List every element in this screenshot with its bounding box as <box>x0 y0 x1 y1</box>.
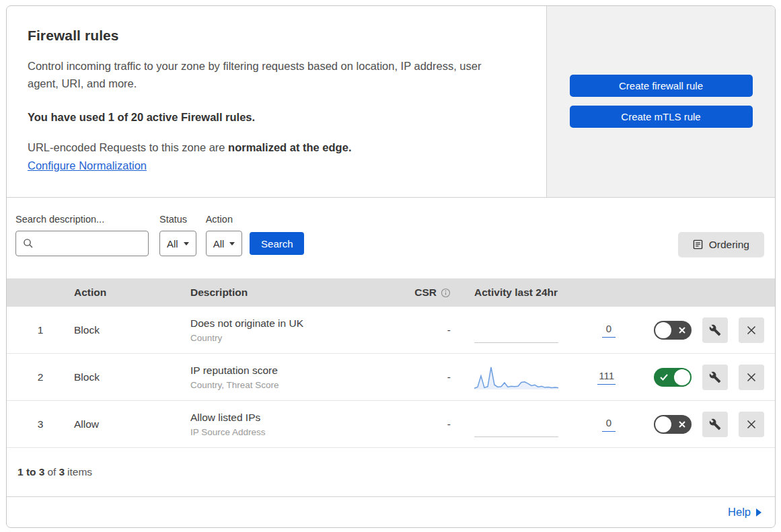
column-csr-header: CSR <box>397 287 457 299</box>
summary-items: items <box>67 466 92 478</box>
rule-description: Does not originate in UK <box>190 317 397 330</box>
action-label: Action <box>206 214 243 225</box>
rule-index: 1 <box>7 324 74 336</box>
delete-rule-button[interactable] <box>739 317 764 343</box>
activity-count-link[interactable]: 0 <box>602 417 616 432</box>
toggle-knob <box>674 369 690 385</box>
page-title: Firewall rules <box>28 28 506 44</box>
page-description: Control incoming traffic to your zone by… <box>28 57 506 92</box>
rule-csr-value: - <box>397 324 457 336</box>
table-row: 2 Block IP reputation score Country, Thr… <box>7 354 775 401</box>
x-icon <box>679 421 685 428</box>
firewall-rules-panel: Firewall rules Control incoming traffic … <box>6 5 776 528</box>
normalization-note: URL-encoded Requests to this zone are no… <box>28 141 506 154</box>
activity-count-link[interactable]: 0 <box>602 323 616 338</box>
status-toggle[interactable] <box>654 368 692 387</box>
csr-header-label: CSR <box>414 287 437 299</box>
action-select[interactable]: All <box>206 231 243 256</box>
check-icon <box>660 374 668 381</box>
column-description-header: Description <box>190 287 397 299</box>
x-icon <box>679 327 685 334</box>
rule-csr-value: - <box>397 418 457 430</box>
usage-summary: You have used 1 of 20 active Firewall ru… <box>28 111 506 124</box>
wrench-icon <box>709 371 721 383</box>
summary-range: 1 to 3 <box>17 466 44 478</box>
rule-csr-value: - <box>397 371 457 383</box>
table-row: 3 Allow Allow listed IPs IP Source Addre… <box>7 401 775 448</box>
ordering-list-icon <box>693 239 703 250</box>
search-icon <box>23 238 34 249</box>
actions-side-panel: Create firewall rule Create mTLS rule <box>546 6 775 197</box>
help-link-label: Help <box>728 506 751 519</box>
status-filter-group: Status All <box>159 214 196 256</box>
search-input[interactable] <box>38 233 174 254</box>
search-box[interactable] <box>15 231 149 256</box>
help-link[interactable]: Help <box>728 506 761 519</box>
close-icon <box>746 325 757 336</box>
close-icon <box>746 419 757 430</box>
header-text-block: Firewall rules Control incoming traffic … <box>7 6 546 197</box>
configure-normalization-link[interactable]: Configure Normalization <box>28 159 147 172</box>
ordering-button-label: Ordering <box>709 239 749 251</box>
header-section: Firewall rules Control incoming traffic … <box>7 6 775 198</box>
rule-action: Block <box>74 324 190 336</box>
action-filter-group: Action All <box>206 214 243 256</box>
search-button[interactable]: Search <box>250 232 304 255</box>
delete-rule-button[interactable] <box>739 412 764 437</box>
info-icon[interactable] <box>441 288 451 298</box>
toggle-knob <box>655 322 671 338</box>
toggle-knob <box>655 416 671 432</box>
summary-total: 3 <box>59 466 65 478</box>
table-header: Action Description CSR Activity last 24h… <box>7 278 775 307</box>
summary-of: of <box>47 466 56 478</box>
pagination-summary: 1 to 3 of 3 items <box>7 448 775 497</box>
status-select-value: All <box>167 238 178 250</box>
table-row: 1 Block Does not originate in UK Country… <box>7 307 775 354</box>
create-mtls-rule-button[interactable]: Create mTLS rule <box>570 106 753 128</box>
close-icon <box>746 372 757 383</box>
rule-fields: Country, Threat Score <box>190 380 397 390</box>
chevron-down-icon <box>229 242 235 245</box>
ordering-button[interactable]: Ordering <box>678 232 764 257</box>
rule-description: Allow listed IPs <box>190 412 397 424</box>
status-toggle[interactable] <box>654 415 692 434</box>
search-group: Search description... <box>15 214 149 256</box>
status-select[interactable]: All <box>159 231 196 256</box>
create-firewall-rule-button[interactable]: Create firewall rule <box>570 75 753 97</box>
help-bar: Help <box>7 497 775 527</box>
activity-count-link[interactable]: 111 <box>597 370 616 385</box>
rule-index: 2 <box>7 371 74 383</box>
activity-sparkline <box>474 317 558 343</box>
status-toggle[interactable] <box>654 321 692 340</box>
action-select-value: All <box>213 238 225 250</box>
status-label: Status <box>159 214 196 225</box>
rule-index: 3 <box>7 418 74 430</box>
rule-fields: IP Source Address <box>190 427 397 437</box>
activity-sparkline <box>474 365 558 390</box>
edit-rule-button[interactable] <box>702 412 728 437</box>
rule-action: Allow <box>74 418 190 430</box>
arrow-right-icon <box>756 508 761 517</box>
rule-fields: Country <box>190 333 397 343</box>
delete-rule-button[interactable] <box>739 365 764 390</box>
normalization-note-text: URL-encoded Requests to this zone are <box>28 141 228 153</box>
rule-action: Block <box>74 371 190 383</box>
wrench-icon <box>709 418 721 430</box>
filter-bar: Search description... Status All Action <box>7 198 775 278</box>
wrench-icon <box>709 324 721 336</box>
column-activity-header: Activity last 24hr <box>457 287 616 299</box>
rule-description: IP reputation score <box>190 365 397 377</box>
column-action-header: Action <box>74 287 190 299</box>
search-label: Search description... <box>15 214 149 225</box>
edit-rule-button[interactable] <box>702 317 728 343</box>
activity-sparkline <box>474 412 558 437</box>
edit-rule-button[interactable] <box>702 365 728 390</box>
chevron-down-icon <box>184 242 189 245</box>
normalization-note-bold: normalized at the edge. <box>228 141 351 153</box>
